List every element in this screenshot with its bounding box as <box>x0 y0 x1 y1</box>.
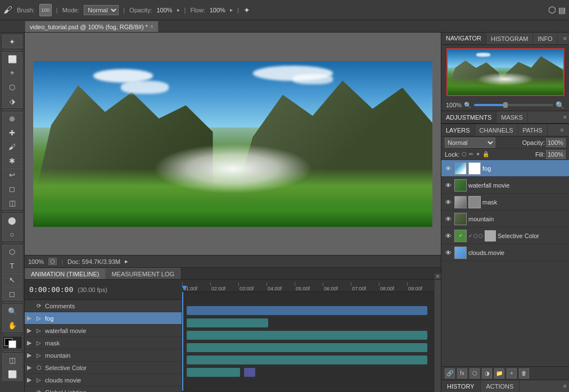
fg-bg-colors[interactable] <box>2 336 22 349</box>
layer-row-clouds[interactable]: 👁 clouds.movie <box>441 244 569 261</box>
tl-expand-mountain[interactable]: ▶ <box>27 352 33 359</box>
layer-link-btn[interactable]: 🔗 <box>445 368 455 379</box>
tl-expand-waterfall[interactable]: ▶ <box>27 327 33 334</box>
layer-row-mask[interactable]: 👁 mask <box>441 194 569 211</box>
timecode[interactable]: 0:00:00:00 <box>29 285 73 294</box>
layers-tab-layers[interactable]: LAYERS <box>441 124 475 136</box>
move-tool[interactable]: ✦ <box>2 35 22 48</box>
mode-select[interactable]: Normal <box>84 5 119 15</box>
adj-panel-menu[interactable]: ≡ <box>561 111 569 123</box>
nav-tab-histogram[interactable]: HISTOGRAM <box>486 33 533 44</box>
lock-transparent-icon[interactable]: ⬡ <box>462 151 467 157</box>
tl-expand-clouds[interactable]: ▶ <box>27 376 33 384</box>
adj-tab-masks[interactable]: MASKS <box>496 111 528 123</box>
shape-tool[interactable]: ◻ <box>2 287 22 300</box>
layer-adj-btn[interactable]: ◑ <box>482 368 492 379</box>
brush-tool-icon[interactable]: 🖌 <box>3 5 12 15</box>
history-panel-menu[interactable]: ≡ <box>561 383 569 389</box>
tl-expand-selective[interactable]: ▶ <box>27 364 33 371</box>
layer-row-fog[interactable]: 👁 fog <box>441 160 569 177</box>
history-brush-tool[interactable]: ↩ <box>2 168 22 181</box>
layer-mask-btn[interactable]: ⬡ <box>469 368 480 379</box>
workspace-icon[interactable]: ▤ <box>558 6 566 15</box>
lock-move-icon[interactable]: ✦ <box>476 151 480 157</box>
panel-options-icon[interactable]: ⬡ <box>548 4 556 15</box>
opacity-slider-icon[interactable]: ▸ <box>177 7 180 13</box>
quick-select-tool[interactable]: ⬡ <box>2 80 22 94</box>
doc-size-expand[interactable]: ▸ <box>125 258 128 265</box>
layers-tab-channels[interactable]: CHANNELS <box>475 124 518 136</box>
timeline-tab-animation[interactable]: ANIMATION (TIMELINE) <box>25 268 105 279</box>
tl-layer-mask[interactable]: ▶ ▷ mask <box>25 337 182 349</box>
lock-image-icon[interactable]: ✏ <box>469 151 473 157</box>
path-select-tool[interactable]: ↖ <box>2 273 22 286</box>
layer-eye-clouds[interactable]: 👁 <box>444 248 453 257</box>
layer-eye-mountain[interactable]: 👁 <box>444 215 453 224</box>
layer-fx-btn[interactable]: fx <box>457 368 467 379</box>
marquee-tool[interactable]: ⬜ <box>2 52 22 66</box>
waterfall-bar[interactable] <box>187 318 268 327</box>
layer-eye-waterfall[interactable]: 👁 <box>444 181 453 190</box>
text-tool[interactable]: T <box>2 259 22 272</box>
layer-row-waterfall[interactable]: 👁 waterfall movie <box>441 177 569 194</box>
zoom-btn[interactable]: ⬡ <box>48 258 57 265</box>
timeline-tab-measurement[interactable]: MEASUREMENT LOG <box>105 268 180 279</box>
opacity-value[interactable]: 100% <box>156 7 172 13</box>
airbrush-icon[interactable]: ✦ <box>243 6 250 15</box>
zoom-in-icon[interactable]: 🔍 <box>556 101 565 110</box>
layer-group-btn[interactable]: 📁 <box>494 368 504 379</box>
fill-input[interactable]: 100% <box>546 150 566 159</box>
layer-new-btn[interactable]: + <box>507 368 517 379</box>
screen-mode-btn[interactable]: ⬜ <box>2 367 22 381</box>
zoom-handle[interactable] <box>503 102 508 108</box>
eyedropper-tool[interactable]: ⊕ <box>2 112 22 125</box>
playhead[interactable] <box>182 292 183 391</box>
zoom-out-icon[interactable]: 🔍 <box>464 102 472 109</box>
blur-tool[interactable]: ⬤ <box>2 213 22 227</box>
lock-all-icon[interactable]: 🔒 <box>482 151 489 157</box>
flow-slider-icon[interactable]: ▸ <box>230 7 233 13</box>
clone-tool[interactable]: ✱ <box>2 154 22 167</box>
clouds-bar-1[interactable] <box>187 368 240 377</box>
hand-tool[interactable]: ✋ <box>2 318 22 332</box>
lasso-tool[interactable]: ⌖ <box>2 66 22 80</box>
brush-preview[interactable]: 100 <box>39 4 52 16</box>
tl-layer-global-lighting[interactable]: ⟳ Global Lighting <box>25 386 182 392</box>
tl-layer-comments[interactable]: ⟳ Comments <box>25 300 182 312</box>
crop-tool[interactable]: ⬗ <box>2 94 22 108</box>
fog-bar[interactable] <box>187 306 427 315</box>
eraser-tool[interactable]: ◻ <box>2 182 22 195</box>
bottom-tab-actions[interactable]: ACTIONS <box>481 380 520 392</box>
layers-panel-menu[interactable]: ≡ <box>558 126 567 135</box>
nav-zoom-value[interactable]: 100% <box>446 102 462 108</box>
quick-mask-btn[interactable]: ◫ <box>2 353 22 367</box>
layer-eye-mask[interactable]: 👁 <box>444 198 453 207</box>
nav-tab-info[interactable]: INFO <box>533 33 557 44</box>
gradient-tool[interactable]: ◫ <box>2 196 22 209</box>
adj-tab-adjustments[interactable]: ADJUSTMENTS <box>441 111 496 123</box>
tl-expand-fog[interactable]: ▶ <box>27 314 33 322</box>
canvas-container[interactable] <box>25 33 441 255</box>
clouds-bar-2[interactable] <box>244 368 255 377</box>
document-tab[interactable]: video_tutorial.psd @ 100% (fog, RGB/8#) … <box>25 21 159 32</box>
tl-layer-clouds[interactable]: ▶ ▷ clouds movie <box>25 374 182 386</box>
healing-tool[interactable]: ✚ <box>2 126 22 139</box>
tab-close-btn[interactable]: × <box>150 24 153 30</box>
layer-eye-fog[interactable]: 👁 <box>444 164 453 173</box>
mask-bar[interactable] <box>187 331 427 340</box>
bottom-tab-history[interactable]: HISTORY <box>441 380 481 392</box>
tl-layer-fog[interactable]: ▶ ▷ fog <box>25 312 182 325</box>
layer-eye-selective[interactable]: 👁 <box>444 231 453 240</box>
timeline-scrollbar[interactable] <box>434 280 441 392</box>
dodge-tool[interactable]: ○ <box>2 227 22 241</box>
nav-panel-menu[interactable]: ≡ <box>561 33 569 44</box>
layers-tab-paths[interactable]: PATHS <box>518 124 548 136</box>
mountain-bar[interactable] <box>187 343 427 352</box>
brush-tool[interactable]: 🖌 <box>2 140 22 153</box>
zoom-level[interactable]: 100% <box>28 258 44 265</box>
flow-value[interactable]: 100% <box>210 7 225 13</box>
tl-layer-selective[interactable]: ▶ ⬡ Selective Color <box>25 362 182 374</box>
tl-layer-waterfall[interactable]: ▶ ▷ waterfall movie <box>25 325 182 337</box>
tl-layer-mountain[interactable]: ▶ ▷ mountain <box>25 349 182 362</box>
timeline-options-btn[interactable]: ≡ <box>434 274 441 279</box>
